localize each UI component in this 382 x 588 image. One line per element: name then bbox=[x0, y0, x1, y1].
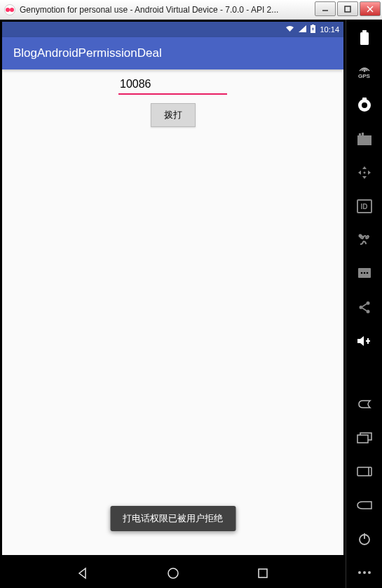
power-icon[interactable] bbox=[356, 530, 373, 547]
svg-point-12 bbox=[362, 102, 367, 108]
genymotion-sidebar: GPS ID bbox=[346, 20, 382, 588]
svg-point-20 bbox=[360, 272, 362, 274]
svg-point-10 bbox=[363, 70, 365, 72]
wifi-icon bbox=[285, 25, 294, 34]
svg-line-27 bbox=[362, 308, 367, 311]
svg-point-17 bbox=[363, 172, 365, 174]
rotate-portrait-icon[interactable] bbox=[356, 497, 373, 514]
svg-rect-28 bbox=[357, 435, 368, 443]
genymotion-icon bbox=[4, 4, 15, 15]
nav-back-icon[interactable] bbox=[356, 396, 373, 413]
dial-button[interactable]: 拨打 bbox=[151, 103, 196, 127]
more-icon[interactable] bbox=[356, 564, 373, 581]
app-title: BlogAndroidPermissionDeal bbox=[13, 46, 162, 60]
gps-icon[interactable]: GPS bbox=[356, 63, 373, 80]
phone-input[interactable] bbox=[118, 75, 227, 95]
signal-icon bbox=[299, 25, 306, 34]
android-nav-bar bbox=[2, 559, 343, 588]
svg-point-18 bbox=[358, 234, 362, 238]
screencast-icon[interactable] bbox=[356, 131, 373, 147]
svg-rect-8 bbox=[360, 32, 369, 45]
id-icon[interactable]: ID bbox=[356, 198, 373, 215]
svg-rect-15 bbox=[359, 133, 361, 135]
svg-point-21 bbox=[363, 272, 365, 274]
svg-line-26 bbox=[362, 304, 367, 307]
volume-up-icon[interactable] bbox=[356, 333, 373, 349]
gps-label: GPS bbox=[358, 73, 370, 79]
multiwindow-icon[interactable] bbox=[356, 429, 373, 446]
device-screen: 10:14 BlogAndroidPermissionDeal 拨打 打电话权限… bbox=[2, 22, 343, 555]
window-title: Genymotion for personal use - Android Vi… bbox=[20, 5, 278, 15]
svg-rect-5 bbox=[312, 25, 314, 25]
svg-rect-13 bbox=[362, 98, 367, 100]
network-icon[interactable] bbox=[356, 232, 373, 248]
svg-rect-7 bbox=[259, 569, 267, 577]
app-bar: BlogAndroidPermissionDeal bbox=[2, 37, 343, 69]
camera-icon[interactable] bbox=[356, 97, 373, 114]
svg-rect-14 bbox=[357, 135, 371, 145]
move-icon[interactable] bbox=[356, 164, 373, 181]
share-icon[interactable] bbox=[356, 299, 373, 316]
android-status-bar: 10:14 bbox=[2, 22, 343, 37]
back-button[interactable] bbox=[73, 563, 93, 583]
toast-message: 打电话权限已被用户拒绝 bbox=[110, 506, 236, 531]
id-label: ID bbox=[357, 199, 372, 213]
svg-rect-9 bbox=[362, 30, 367, 32]
window-titlebar: Genymotion for personal use - Android Vi… bbox=[0, 0, 382, 20]
svg-point-6 bbox=[168, 568, 178, 578]
sms-icon[interactable] bbox=[356, 265, 373, 282]
battery-icon[interactable] bbox=[356, 29, 373, 46]
status-time: 10:14 bbox=[320, 25, 339, 34]
home-button[interactable] bbox=[163, 563, 183, 583]
device-area: 10:14 BlogAndroidPermissionDeal 拨打 打电话权限… bbox=[0, 20, 346, 588]
battery-icon bbox=[311, 25, 315, 34]
rotate-landscape-icon[interactable] bbox=[356, 463, 373, 480]
recents-button[interactable] bbox=[253, 563, 273, 583]
svg-point-22 bbox=[366, 272, 368, 274]
svg-rect-29 bbox=[357, 467, 371, 476]
svg-rect-1 bbox=[345, 6, 350, 12]
app-content: 拨打 bbox=[2, 69, 343, 127]
minimize-button[interactable] bbox=[315, 1, 336, 16]
svg-rect-16 bbox=[362, 133, 364, 135]
svg-point-33 bbox=[358, 571, 361, 574]
svg-point-34 bbox=[363, 571, 366, 574]
window-controls bbox=[315, 1, 381, 16]
close-button[interactable] bbox=[360, 1, 381, 16]
svg-point-35 bbox=[368, 571, 371, 574]
maximize-button[interactable] bbox=[337, 1, 358, 16]
